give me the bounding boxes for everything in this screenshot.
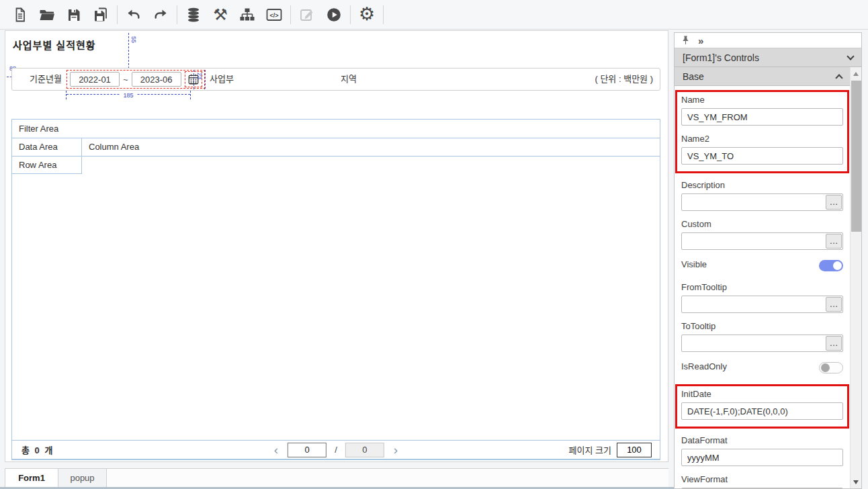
property-row: FromTooltip … (681, 282, 843, 313)
date-from-input[interactable] (70, 72, 120, 87)
guide-width-185: 185 (66, 91, 191, 99)
save-all-icon (93, 7, 109, 23)
property-row: Description … (681, 180, 843, 211)
guide-label-55: 55 (130, 36, 137, 43)
grid-body-empty (12, 174, 660, 440)
form-tab-strip: Form1 popup (5, 468, 668, 488)
toolbar-separator (290, 5, 291, 24)
panel-toolbar: » (675, 33, 861, 48)
initdate-input[interactable] (681, 402, 843, 420)
page-separator: / (335, 445, 337, 455)
open-folder-icon (38, 7, 56, 23)
redo-button[interactable] (147, 3, 174, 26)
division-label: 사업부 (210, 69, 234, 90)
database-button[interactable] (180, 3, 207, 26)
next-page-icon[interactable]: › (392, 443, 399, 456)
visible-toggle[interactable] (819, 260, 843, 271)
custom-input[interactable] (681, 232, 843, 250)
sitemap-button[interactable] (234, 3, 261, 26)
tab-form1[interactable]: Form1 (5, 469, 58, 488)
property-row: Name (681, 95, 843, 126)
name2-input[interactable] (681, 147, 843, 165)
redo-icon (153, 7, 169, 23)
pagination: ‹ / › (273, 443, 399, 457)
prop-label: ToTooltip (681, 321, 843, 331)
ellipsis-button[interactable]: … (826, 195, 842, 210)
column-area-zone[interactable]: Column Area (82, 138, 139, 156)
sitemap-icon (239, 7, 255, 23)
undo-button[interactable] (120, 3, 147, 26)
undo-icon (126, 7, 142, 23)
total-count-label: 총 0 개 (21, 443, 54, 456)
data-area-zone[interactable]: Data Area (12, 138, 82, 156)
collapse-panel-icon[interactable]: » (698, 36, 703, 46)
ellipsis-button[interactable]: … (826, 297, 842, 312)
guide-line-23 (193, 70, 194, 89)
isreadonly-toggle[interactable] (819, 362, 843, 373)
property-row: Custom … (681, 219, 843, 250)
name-input[interactable] (681, 108, 843, 126)
prop-label: FromTooltip (681, 282, 843, 292)
fromtooltip-input[interactable] (681, 296, 843, 313)
new-file-button[interactable] (7, 3, 34, 26)
ellipsis-button[interactable]: … (826, 336, 842, 351)
prop-label: Visible (681, 259, 707, 269)
property-fields: Name Name2 Description … (675, 86, 850, 489)
ellipsis-button[interactable]: … (826, 234, 842, 249)
main-toolbar: ⚒ </> ⚙ (0, 0, 868, 30)
scrollbar-thumb[interactable] (851, 81, 861, 232)
svg-text:</>: </> (269, 11, 278, 18)
current-page-input[interactable] (288, 443, 327, 457)
date-range-control: ~ (67, 70, 206, 89)
edit-button[interactable] (294, 3, 320, 26)
property-row: Visible (681, 258, 843, 273)
settings-button[interactable]: ⚙ (353, 3, 380, 26)
play-icon (326, 7, 342, 23)
guide-label-23: 23 (196, 73, 203, 79)
unit-label: ( 단위 : 백만원 ) (595, 69, 653, 90)
total-pages-input (345, 443, 384, 457)
scroll-down-icon[interactable] (853, 480, 859, 484)
base-section-header[interactable]: Base (675, 67, 850, 86)
date-to-input[interactable] (132, 72, 181, 87)
hammer-wrench-icon: ⚒ (213, 7, 228, 23)
range-separator: ~ (123, 75, 128, 85)
save-all-button[interactable] (87, 3, 114, 26)
guide-line-23 (204, 70, 205, 89)
base-section-label: Base (683, 71, 704, 82)
totooltip-input[interactable] (681, 335, 843, 352)
toolbar-separator (383, 5, 384, 24)
prop-label: IsReadOnly (681, 361, 727, 371)
scroll-up-icon[interactable] (853, 72, 859, 76)
prop-label: Name (681, 95, 843, 105)
gear-icon: ⚙ (359, 5, 375, 24)
database-icon (185, 7, 202, 23)
open-file-button[interactable] (34, 3, 60, 26)
report-title: 사업부별 실적현황 (13, 38, 96, 52)
property-row: InitDate (681, 389, 843, 420)
properties-panel: » [Form1]'s Controls Base Name Name2 (674, 32, 862, 489)
region-label: 지역 (341, 69, 357, 90)
prev-page-icon[interactable]: ‹ (273, 443, 279, 456)
toolbar-separator (350, 5, 351, 24)
prop-label: Name2 (681, 134, 843, 144)
panel-scrollbar[interactable] (850, 67, 861, 489)
tab-popup[interactable]: popup (58, 469, 107, 488)
highlight-box-names: Name Name2 (675, 90, 849, 173)
dataformat-input[interactable] (681, 449, 843, 466)
row-area-zone[interactable]: Row Area (12, 157, 82, 174)
description-input[interactable] (681, 193, 843, 211)
save-button[interactable] (60, 3, 87, 26)
run-button[interactable] (320, 3, 347, 26)
chevron-down-icon (847, 52, 854, 60)
controls-header[interactable]: [Form1]'s Controls (675, 48, 861, 67)
prop-label: Custom (681, 219, 843, 229)
build-tools-button[interactable]: ⚒ (207, 3, 234, 26)
page-size-input[interactable] (617, 443, 652, 457)
edit-pencil-icon (299, 7, 315, 23)
page-size-label: 페이지 크기 (569, 443, 611, 456)
code-view-button[interactable]: </> (261, 3, 288, 26)
pin-icon[interactable] (681, 35, 690, 46)
guide-label-185: 185 (120, 92, 136, 99)
filter-area-zone[interactable]: Filter Area (12, 120, 660, 138)
